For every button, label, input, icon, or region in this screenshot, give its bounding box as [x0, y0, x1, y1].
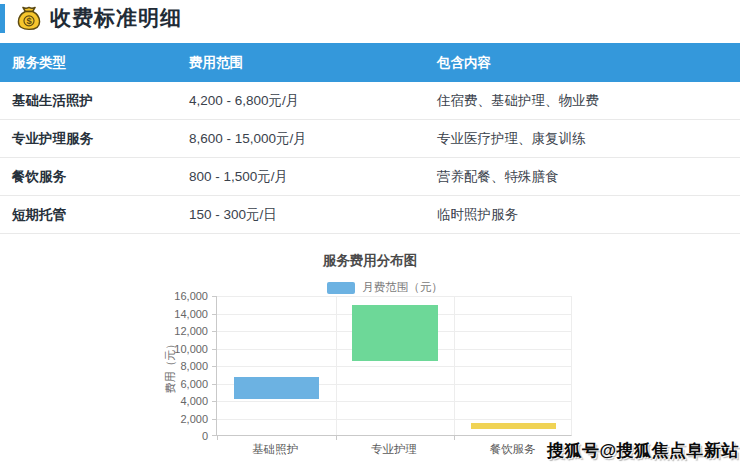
- service-type-cell: 餐饮服务: [0, 168, 177, 186]
- y-axis-tick-label: 14,000: [156, 308, 208, 320]
- chart-legend[interactable]: 月费范围（元）: [15, 280, 740, 295]
- section-header: $ 收费标准明细: [0, 2, 182, 34]
- legend-label: 月费范围（元）: [362, 280, 443, 295]
- page-title: 收费标准明细: [50, 4, 182, 32]
- includes-cell: 营养配餐、特殊膳食: [425, 168, 740, 186]
- gridline-horizontal: [217, 419, 571, 420]
- page: $ 收费标准明细 服务类型 费用范围 包含内容 基础生活照护 4,200 - 6…: [0, 0, 740, 464]
- includes-cell: 临时照护服务: [425, 206, 740, 224]
- includes-cell: 住宿费、基础护理、物业费: [425, 92, 740, 110]
- fee-range-cell: 800 - 1,500元/月: [177, 168, 425, 186]
- money-bag-icon: $: [16, 4, 42, 32]
- legend-swatch: [327, 282, 355, 294]
- sohu-watermark: 搜狐号@搜狐焦点阜新站: [547, 439, 739, 462]
- y-axis-tick-label: 6,000: [156, 378, 208, 390]
- range-bar-基础照护[interactable]: [234, 377, 319, 400]
- table-row: 基础生活照护 4,200 - 6,800元/月 住宿费、基础护理、物业费: [0, 82, 740, 120]
- fee-table: 服务类型 费用范围 包含内容 基础生活照护 4,200 - 6,800元/月 住…: [0, 43, 740, 234]
- range-bar-专业护理[interactable]: [352, 305, 437, 361]
- service-type-cell: 基础生活照护: [0, 92, 177, 110]
- gridline-horizontal: [217, 296, 571, 297]
- y-axis-tick-label: 4,000: [156, 395, 208, 407]
- x-axis-tick-mark: [336, 436, 337, 440]
- table-row: 短期托管 150 - 300元/日 临时照护服务: [0, 196, 740, 234]
- gridline-horizontal: [217, 366, 571, 367]
- column-header-service-type: 服务类型: [0, 54, 177, 72]
- includes-cell: 专业医疗护理、康复训练: [425, 130, 740, 148]
- y-axis-tick-label: 10,000: [156, 343, 208, 355]
- range-bar-餐饮服务[interactable]: [471, 423, 556, 429]
- y-axis-tick-label: 8,000: [156, 360, 208, 372]
- service-type-cell: 短期托管: [0, 206, 177, 224]
- x-axis-tick-mark: [454, 436, 455, 440]
- x-axis-labels: 基础照护专业护理餐饮服务: [216, 442, 572, 458]
- x-axis-tick-mark: [217, 436, 218, 440]
- svg-text:$: $: [26, 16, 32, 26]
- y-axis-tick-label: 0: [156, 430, 208, 442]
- accent-bar: [0, 4, 5, 33]
- column-header-fee-range: 费用范围: [177, 54, 425, 72]
- gridline-vertical: [454, 296, 455, 435]
- fee-range-cell: 4,200 - 6,800元/月: [177, 92, 425, 110]
- x-axis-category-label: 基础照护: [216, 442, 335, 457]
- gridline-horizontal: [217, 401, 571, 402]
- fee-range-cell: 150 - 300元/日: [177, 206, 425, 224]
- y-axis-tick-labels: 02,0004,0006,0008,00010,00012,00014,0001…: [156, 296, 211, 436]
- y-axis-tick-label: 16,000: [156, 290, 208, 302]
- table-header-row: 服务类型 费用范围 包含内容: [0, 43, 740, 82]
- x-axis-category-label: 专业护理: [335, 442, 454, 457]
- fee-range-cell: 8,600 - 15,000元/月: [177, 130, 425, 148]
- table-row: 专业护理服务 8,600 - 15,000元/月 专业医疗护理、康复训练: [0, 120, 740, 158]
- y-axis-tick-label: 12,000: [156, 325, 208, 337]
- gridline-vertical: [336, 296, 337, 435]
- y-axis-tick-label: 2,000: [156, 413, 208, 425]
- table-row: 餐饮服务 800 - 1,500元/月 营养配餐、特殊膳食: [0, 158, 740, 196]
- chart-title: 服务费用分布图: [0, 252, 740, 270]
- fee-distribution-chart: 服务费用分布图 月费范围（元） 费用（元） 02,0004,0006,0008,…: [0, 248, 740, 464]
- column-header-includes: 包含内容: [425, 54, 740, 72]
- plot-area: [216, 296, 572, 436]
- service-type-cell: 专业护理服务: [0, 130, 177, 148]
